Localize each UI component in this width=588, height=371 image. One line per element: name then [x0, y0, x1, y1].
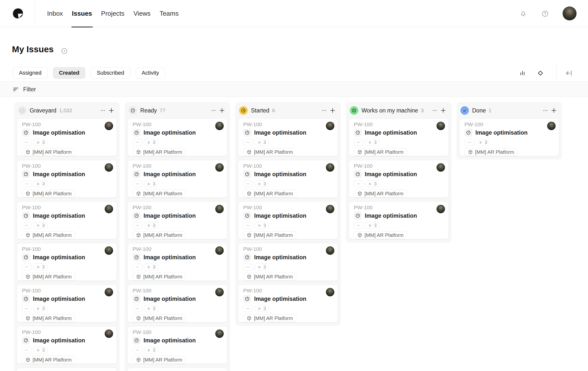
card-more-button[interactable] — [22, 180, 31, 187]
issue-card[interactable]: PW-100 Image optimisation 3 — [17, 368, 117, 371]
card-project-pill[interactable]: [MM] AR Platform — [354, 231, 407, 239]
card-more-button[interactable] — [133, 180, 142, 187]
card-project-pill[interactable]: [MM] AR Platform — [243, 231, 296, 239]
card-subtasks-button[interactable]: 3 — [365, 222, 379, 229]
card-project-pill[interactable]: [MM] AR Platform — [243, 314, 296, 322]
card-more-button[interactable] — [22, 347, 31, 354]
card-subtasks-button[interactable]: 3 — [255, 180, 269, 187]
card-more-button[interactable] — [22, 305, 31, 312]
card-project-pill[interactable]: [MM] AR Platform — [22, 273, 75, 281]
card-project-pill[interactable]: [MM] AR Platform — [133, 148, 186, 156]
column-more-button[interactable] — [99, 106, 107, 115]
help-button[interactable] — [540, 8, 551, 19]
issue-card[interactable]: PW-100 Image optimisation 3 — [349, 202, 448, 239]
card-subtasks-button[interactable]: 3 — [255, 305, 269, 312]
tab-assigned[interactable]: Assigned — [13, 67, 48, 79]
nav-teams[interactable]: Teams — [159, 0, 179, 27]
nav-projects[interactable]: Projects — [101, 0, 125, 27]
card-project-pill[interactable]: [MM] AR Platform — [133, 231, 186, 239]
issue-card[interactable]: PW-100 Image optimisation 3 — [128, 243, 227, 281]
card-project-pill[interactable]: [MM] AR Platform — [354, 190, 407, 198]
issue-card[interactable]: PW-100 Image optimisation 3 — [128, 202, 227, 239]
card-more-button[interactable] — [22, 139, 31, 146]
issue-card[interactable]: PW-100 Image optimisation 3 — [128, 285, 227, 322]
card-subtasks-button[interactable]: 3 — [33, 139, 47, 146]
column-add-issue-button[interactable] — [218, 106, 226, 115]
tab-created[interactable]: Created — [53, 67, 85, 79]
nav-views[interactable]: Views — [133, 0, 150, 27]
card-subtasks-button[interactable]: 3 — [144, 139, 158, 146]
issue-card[interactable]: PW-100 Image optimisation 3 — [17, 202, 117, 239]
card-project-pill[interactable]: [MM] AR Platform — [22, 190, 75, 198]
column-more-button[interactable] — [541, 106, 550, 115]
app-logo[interactable] — [12, 8, 23, 19]
nav-inbox[interactable]: Inbox — [47, 0, 63, 27]
issue-card[interactable]: PW-100 Image optimisation 3 — [17, 160, 117, 198]
card-subtasks-button[interactable]: 3 — [33, 347, 47, 354]
tab-activity[interactable]: Activity — [136, 67, 165, 79]
card-project-pill[interactable]: [MM] AR Platform — [243, 190, 296, 198]
card-subtasks-button[interactable]: 3 — [33, 180, 47, 187]
card-subtasks-button[interactable]: 3 — [144, 347, 158, 354]
issue-card[interactable]: PW-100 Image optimisation 3 — [128, 326, 227, 364]
issue-card[interactable]: PW-100 Image optimisation 3 — [128, 160, 227, 198]
card-subtasks-button[interactable]: 3 — [144, 305, 158, 312]
display-options-button[interactable] — [535, 68, 546, 79]
card-more-button[interactable] — [133, 264, 142, 270]
card-subtasks-button[interactable]: 3 — [365, 180, 379, 187]
column-add-issue-button[interactable] — [550, 106, 558, 115]
collapse-panel-button[interactable] — [563, 68, 575, 79]
issue-card[interactable]: PW-100 Image optimisation 3 — [17, 243, 117, 281]
card-more-button[interactable] — [354, 180, 363, 187]
card-subtasks-button[interactable]: 3 — [33, 264, 47, 270]
issue-card[interactable]: PW-100 Image optimisation 3 — [238, 285, 338, 322]
card-more-button[interactable] — [133, 222, 142, 229]
issue-card[interactable]: PW-100 Image optimisation 3 — [17, 285, 117, 322]
card-more-button[interactable] — [243, 222, 253, 229]
card-more-button[interactable] — [243, 264, 253, 270]
column-more-button[interactable] — [209, 106, 218, 115]
issue-card[interactable]: PW-100 Image optimisation 3 — [238, 243, 338, 281]
card-project-pill[interactable]: [MM] AR Platform — [243, 148, 296, 156]
issue-card[interactable]: PW-100 Image optimisation 3 — [238, 202, 338, 239]
card-project-pill[interactable]: [MM] AR Platform — [133, 356, 186, 364]
column-add-issue-button[interactable] — [328, 106, 337, 115]
issue-card[interactable]: PW-100 Image optimisation 3 — [238, 119, 338, 156]
card-project-pill[interactable]: [MM] AR Platform — [22, 231, 75, 239]
notifications-button[interactable] — [518, 8, 529, 19]
issue-card[interactable]: PW-100 Image optimisation 3 — [17, 119, 117, 156]
card-more-button[interactable] — [22, 222, 31, 229]
user-avatar[interactable] — [563, 6, 577, 20]
card-subtasks-button[interactable]: 3 — [144, 222, 158, 229]
card-more-button[interactable] — [133, 305, 142, 312]
card-more-button[interactable] — [354, 222, 363, 229]
card-subtasks-button[interactable]: 3 — [144, 264, 158, 270]
card-more-button[interactable] — [354, 139, 363, 146]
card-project-pill[interactable]: [MM] AR Platform — [464, 148, 517, 156]
card-project-pill[interactable]: [MM] AR Platform — [354, 148, 407, 156]
issue-card[interactable]: PW-100 Image optimisation 3 — [17, 326, 117, 364]
card-subtasks-button[interactable]: 3 — [365, 139, 379, 146]
issue-card[interactable]: PW-100 Image optimisation 3 — [459, 119, 559, 156]
card-project-pill[interactable]: [MM] AR Platform — [243, 273, 296, 281]
column-more-button[interactable] — [431, 106, 439, 115]
card-project-pill[interactable]: [MM] AR Platform — [133, 273, 186, 281]
column-more-button[interactable] — [320, 106, 328, 115]
column-add-issue-button[interactable] — [107, 106, 116, 115]
issue-card[interactable]: PW-100 Image optimisation 3 — [238, 160, 338, 198]
card-more-button[interactable] — [243, 180, 253, 187]
card-project-pill[interactable]: [MM] AR Platform — [133, 190, 186, 198]
card-more-button[interactable] — [133, 347, 142, 354]
card-more-button[interactable] — [464, 139, 474, 146]
card-subtasks-button[interactable]: 3 — [476, 139, 490, 146]
issue-card[interactable]: PW-100 Image optimisation 3 — [128, 119, 227, 156]
card-more-button[interactable] — [243, 139, 253, 146]
issue-card[interactable]: PW-100 Image optimisation 3 — [349, 119, 448, 156]
card-project-pill[interactable]: [MM] AR Platform — [22, 314, 75, 322]
insights-button[interactable] — [517, 68, 528, 79]
card-project-pill[interactable]: [MM] AR Platform — [133, 314, 186, 322]
card-subtasks-button[interactable]: 3 — [33, 222, 47, 229]
card-subtasks-button[interactable]: 3 — [255, 222, 269, 229]
card-subtasks-button[interactable]: 3 — [255, 264, 269, 270]
card-project-pill[interactable]: [MM] AR Platform — [22, 356, 75, 364]
